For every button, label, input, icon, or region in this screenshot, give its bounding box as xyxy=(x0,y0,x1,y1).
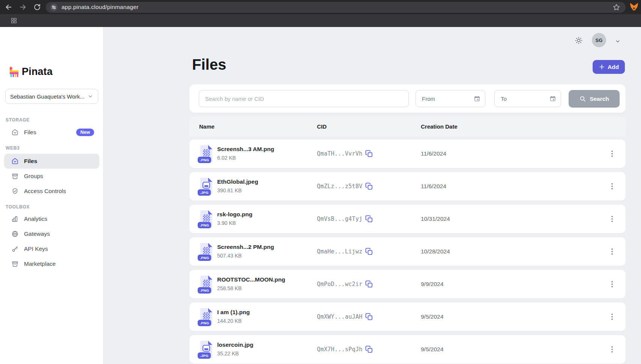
sidebar-item-api-keys[interactable]: API Keys xyxy=(4,241,99,256)
calendar-icon[interactable] xyxy=(474,95,480,102)
files-icon xyxy=(11,129,19,136)
file-name: I am (1).png xyxy=(217,309,250,316)
copy-cid-button[interactable] xyxy=(365,280,373,288)
file-cid: QmaHe...Lijwz xyxy=(317,248,362,255)
sidebar-item-storage-files[interactable]: Files New xyxy=(4,125,99,140)
creation-date: 11/6/2024 xyxy=(421,150,446,157)
file-cid: QmPoD...wc2ir xyxy=(317,281,362,288)
file-name: EthGlobal.jpeg xyxy=(217,178,258,185)
grid-icon[interactable] xyxy=(11,17,17,24)
bookmark-star-icon[interactable] xyxy=(612,3,620,11)
section-label-web3: WEB3 xyxy=(6,145,20,151)
workspace-selector[interactable]: Sebastian Guaqueta's Work... xyxy=(5,89,98,104)
sidebar-item-gateways[interactable]: API Keys Gateways xyxy=(4,226,99,241)
column-header-cid: CID xyxy=(317,123,327,130)
column-header-name: Name xyxy=(199,123,215,130)
table-row[interactable]: .PNG Screensh...3 AM.png 6.02 KB QmaTH..… xyxy=(189,139,626,168)
creation-date: 9/5/2024 xyxy=(421,346,443,353)
sidebar-item-label: Marketplace xyxy=(24,261,56,267)
file-size: 35.22 KB xyxy=(217,351,239,357)
back-icon[interactable] xyxy=(5,3,13,11)
table-row[interactable]: .JPG EthGlobal.jpeg 390.81 KB QmZLz...z5… xyxy=(189,172,626,201)
filter-bar: Search xyxy=(189,84,626,113)
file-type-icon: .JPG xyxy=(199,177,213,196)
row-menu-button[interactable] xyxy=(608,182,617,191)
bookmarks-bar xyxy=(0,14,641,27)
png-pattern-glyph xyxy=(203,214,210,222)
copy-cid-button[interactable] xyxy=(365,182,373,190)
file-type-icon: .PNG xyxy=(199,242,213,261)
row-menu-button[interactable] xyxy=(608,149,617,158)
file-type-badge: .PNG xyxy=(198,222,211,228)
file-type-badge: .JPG xyxy=(198,189,211,196)
theme-toggle-sun-icon[interactable] xyxy=(574,36,583,45)
row-menu-button[interactable] xyxy=(608,247,617,256)
date-from-field[interactable] xyxy=(416,90,485,107)
date-from-input[interactable] xyxy=(422,96,474,102)
table-row[interactable]: .PNG I am (1).png 144.20 KB QmXWY...auJA… xyxy=(189,303,626,331)
table-row[interactable]: .PNG ROOTSTOC...MOON.png 258.58 KB QmPoD… xyxy=(189,270,626,298)
copy-cid-button[interactable] xyxy=(365,150,373,158)
chevron-down-icon xyxy=(87,93,93,99)
calendar-icon[interactable] xyxy=(549,95,556,102)
column-header-creation-date: Creation Date xyxy=(421,123,458,130)
file-type-icon: .PNG xyxy=(199,275,213,294)
table-row[interactable]: .JPG losercoin.jpg 35.22 KB QmX7H...sPqJ… xyxy=(189,335,626,364)
creation-date: 9/9/2024 xyxy=(421,281,443,288)
png-pattern-glyph xyxy=(203,247,210,254)
search-input[interactable] xyxy=(199,90,409,107)
url-text[interactable]: app.pinata.cloud/pinmanager xyxy=(62,4,138,10)
row-menu-button[interactable] xyxy=(608,345,617,354)
search-button-label: Search xyxy=(590,96,609,102)
account-chevron-down-icon[interactable] xyxy=(614,38,621,45)
file-type-badge: .PNG xyxy=(198,320,211,326)
sidebar-item-analytics[interactable]: Analytics xyxy=(4,211,99,226)
browser-toolbar: app.pinata.cloud/pinmanager xyxy=(0,0,641,14)
file-size: 507.43 KB xyxy=(217,253,242,259)
row-menu-button[interactable] xyxy=(608,214,617,223)
sidebar-item-groups[interactable]: Groups xyxy=(4,169,99,184)
site-settings-icon[interactable] xyxy=(50,3,58,12)
bar-chart-icon xyxy=(11,215,19,223)
files-icon xyxy=(11,157,19,165)
file-name: Screensh...2 PM.png xyxy=(217,244,274,250)
sidebar-item-access-controls[interactable]: Access Controls xyxy=(4,184,99,199)
png-pattern-glyph xyxy=(203,312,210,319)
png-pattern-glyph xyxy=(203,280,210,287)
copy-cid-button[interactable] xyxy=(365,345,373,354)
add-button[interactable]: Add xyxy=(593,60,625,74)
file-name: losercoin.jpg xyxy=(217,342,253,348)
workspace-name: Sebastian Guaqueta's Work... xyxy=(10,93,87,100)
avatar[interactable]: SG xyxy=(592,33,606,47)
table-row[interactable]: .PNG Screensh...2 PM.png 507.43 KB QmaHe… xyxy=(189,237,626,266)
file-cid: QmaTH...VvrVh xyxy=(317,150,362,157)
search-button[interactable]: Search xyxy=(569,90,620,108)
copy-cid-button[interactable] xyxy=(365,313,373,321)
date-to-field[interactable] xyxy=(494,90,561,107)
address-bar[interactable]: app.pinata.cloud/pinmanager xyxy=(46,2,626,13)
table-header: Name CID Creation Date xyxy=(189,117,626,136)
copy-cid-button[interactable] xyxy=(365,215,373,223)
row-menu-button[interactable] xyxy=(608,280,617,289)
plus-icon xyxy=(599,64,605,70)
shield-check-icon xyxy=(11,187,19,195)
sidebar-item-marketplace[interactable]: Marketplace xyxy=(4,256,99,271)
png-pattern-glyph xyxy=(203,149,210,156)
sidebar-item-web3-files[interactable]: Files xyxy=(4,154,99,169)
file-type-badge: .PNG xyxy=(198,157,211,163)
creation-date: 10/31/2024 xyxy=(421,216,450,222)
file-name: rsk-logo.png xyxy=(217,211,252,218)
date-to-input[interactable] xyxy=(501,96,549,102)
file-type-icon: .JPG xyxy=(199,340,213,359)
reload-icon[interactable] xyxy=(33,3,41,11)
file-name: ROOTSTOC...MOON.png xyxy=(217,276,285,283)
copy-cid-button[interactable] xyxy=(365,247,373,256)
row-menu-button[interactable] xyxy=(608,312,617,321)
key-icon xyxy=(11,245,19,253)
forward-icon[interactable] xyxy=(19,3,27,11)
logo-text: Pinata xyxy=(22,66,53,78)
table-row[interactable]: .PNG rsk-logo.png 3.90 KB QmVsB...g4Tyj … xyxy=(189,205,626,233)
metamask-extension-icon[interactable] xyxy=(629,2,639,12)
file-size: 6.02 KB xyxy=(217,155,236,161)
sidebar-item-label: Access Controls xyxy=(24,188,66,195)
